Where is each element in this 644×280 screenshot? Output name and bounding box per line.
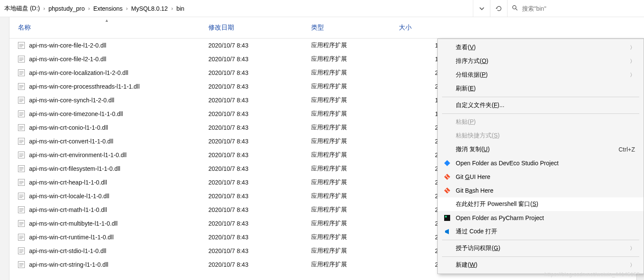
- chevron-right-icon: 〉: [630, 245, 635, 252]
- file-date: 2020/10/7 8:43: [200, 97, 303, 104]
- chevron-right-icon: 〉: [630, 58, 635, 65]
- file-type: 应用程序扩展: [303, 110, 390, 118]
- column-header-date[interactable]: 修改日期: [200, 17, 303, 38]
- file-name: api-ms-win-crt-convert-l1-1-0.dll: [29, 138, 113, 145]
- column-header-size[interactable]: 大小: [390, 17, 454, 38]
- file-type: 应用程序扩展: [303, 55, 390, 63]
- chevron-right-icon: ›: [87, 6, 91, 12]
- dll-file-icon: [18, 138, 25, 145]
- git-icon: [442, 187, 452, 194]
- breadcrumb-item[interactable]: phpstudy_pro: [46, 2, 87, 15]
- menu-item-group[interactable]: 分组依据(P)〉: [438, 68, 644, 82]
- refresh-icon: [496, 5, 502, 12]
- menu-item-git_gui[interactable]: Git GUI Here: [438, 170, 644, 184]
- menu-shortcut: Ctrl+Z: [619, 146, 635, 153]
- menu-item-paste_short: 粘贴快捷方式(S): [438, 129, 644, 143]
- file-date: 2020/10/7 8:43: [200, 261, 303, 268]
- file-type: 应用程序扩展: [303, 96, 390, 104]
- menu-item-view[interactable]: 查看(V)〉: [438, 41, 644, 54]
- breadcrumb-item[interactable]: Extensions: [91, 2, 125, 15]
- menu-item-undo[interactable]: 撤消 复制(U)Ctrl+Z: [438, 143, 644, 156]
- nav-pane-edge[interactable]: [0, 17, 9, 280]
- menu-separator: [442, 113, 639, 114]
- menu-label: 粘贴快捷方式(S): [456, 132, 635, 140]
- svg-rect-9: [445, 216, 447, 217]
- menu-label: Git GUI Here: [456, 173, 635, 180]
- file-date: 2020/10/7 8:43: [200, 206, 303, 213]
- file-date: 2020/10/7 8:43: [200, 124, 303, 131]
- chevron-right-icon: ›: [170, 6, 174, 12]
- file-name: api-ms-win-crt-multibyte-l1-1-0.dll: [29, 220, 118, 227]
- file-type: 应用程序扩展: [303, 165, 390, 173]
- column-header-name-label: 名称: [18, 24, 31, 32]
- file-type: 应用程序扩展: [303, 220, 390, 227]
- menu-label: 撤消 复制(U): [456, 146, 619, 153]
- file-date: 2020/10/7 8:43: [200, 42, 303, 49]
- dll-file-icon: [18, 261, 25, 268]
- breadcrumb-item[interactable]: MySQL8.0.12: [129, 2, 171, 15]
- file-type: 应用程序扩展: [303, 42, 390, 49]
- file-name: api-ms-win-crt-filesystem-l1-1-0.dll: [29, 165, 120, 172]
- file-date: 2020/10/7 8:43: [200, 247, 303, 254]
- breadcrumb[interactable]: 本地磁盘 (D:)›phpstudy_pro›Extensions›MySQL8…: [0, 1, 473, 16]
- dll-file-icon: [18, 220, 25, 227]
- menu-item-new[interactable]: 新建(W)〉: [438, 258, 644, 272]
- file-name: api-ms-win-crt-math-l1-1-0.dll: [29, 206, 107, 213]
- file-date: 2020/10/7 8:43: [200, 83, 303, 90]
- dll-file-icon: [18, 165, 25, 172]
- dll-file-icon: [18, 247, 25, 254]
- file-name: api-ms-win-crt-runtime-l1-1-0.dll: [29, 234, 114, 241]
- menu-label: 自定义文件夹(F)...: [456, 101, 635, 109]
- chevron-right-icon: ›: [42, 6, 46, 12]
- file-date: 2020/10/7 8:43: [200, 152, 303, 158]
- menu-item-powershell[interactable]: 在此处打开 Powershell 窗口(S): [438, 197, 644, 211]
- column-header-name[interactable]: 名称 ▲: [9, 17, 200, 38]
- menu-item-refresh[interactable]: 刷新(E): [438, 82, 644, 95]
- pycharm-icon: [442, 214, 452, 221]
- file-type: 应用程序扩展: [303, 261, 390, 268]
- breadcrumb-item[interactable]: 本地磁盘 (D:): [2, 1, 42, 16]
- file-name: api-ms-win-crt-locale-l1-1-0.dll: [29, 193, 109, 200]
- menu-label: Open Folder as DevEco Studio Project: [456, 160, 635, 167]
- file-name: api-ms-win-crt-environment-l1-1-0.dll: [29, 152, 127, 158]
- menu-item-sort[interactable]: 排序方式(O)〉: [438, 54, 644, 68]
- file-type: 应用程序扩展: [303, 192, 390, 200]
- address-bar: 本地磁盘 (D:)›phpstudy_pro›Extensions›MySQL8…: [0, 0, 644, 17]
- menu-item-customize[interactable]: 自定义文件夹(F)...: [438, 98, 644, 112]
- svg-point-0: [513, 6, 516, 9]
- search-input[interactable]: [522, 5, 640, 12]
- breadcrumb-item[interactable]: bin: [174, 2, 187, 15]
- file-name: api-ms-win-core-file-l2-1-0.dll: [29, 56, 106, 63]
- menu-item-pycharm[interactable]: Open Folder as PyCharm Project: [438, 211, 644, 225]
- file-name: api-ms-win-core-file-l1-2-0.dll: [29, 42, 106, 49]
- menu-label: 授予访问权限(G): [456, 244, 630, 252]
- menu-item-access[interactable]: 授予访问权限(G)〉: [438, 241, 644, 255]
- file-date: 2020/10/7 8:43: [200, 193, 303, 200]
- menu-label: 排序方式(O): [456, 57, 630, 65]
- chevron-right-icon: ›: [125, 6, 129, 12]
- svg-line-1: [516, 9, 517, 10]
- menu-item-git_bash[interactable]: Git Bash Here: [438, 184, 644, 197]
- dll-file-icon: [18, 97, 25, 104]
- menu-item-paste: 粘贴(P): [438, 115, 644, 129]
- column-header-type[interactable]: 类型: [303, 17, 390, 38]
- menu-separator: [442, 97, 639, 97]
- menu-item-deveco[interactable]: Open Folder as DevEco Studio Project: [438, 156, 644, 170]
- breadcrumb-dropdown-button[interactable]: [473, 0, 490, 17]
- chevron-right-icon: 〉: [630, 262, 635, 269]
- menu-label: 查看(V): [456, 44, 630, 51]
- sort-asc-icon: ▲: [105, 18, 109, 23]
- dll-file-icon: [18, 152, 25, 158]
- file-name: api-ms-win-core-synch-l1-2-0.dll: [29, 97, 114, 104]
- search-box[interactable]: [507, 0, 644, 17]
- menu-item-code[interactable]: 通过 Code 打开: [438, 225, 644, 238]
- file-name: api-ms-win-crt-string-l1-1-0.dll: [29, 261, 108, 268]
- file-type: 应用程序扩展: [303, 247, 390, 255]
- menu-separator: [442, 256, 639, 257]
- file-date: 2020/10/7 8:43: [200, 110, 303, 117]
- file-type: 应用程序扩展: [303, 233, 390, 241]
- refresh-button[interactable]: [490, 0, 507, 17]
- menu-label: 通过 Code 打开: [456, 228, 635, 235]
- file-date: 2020/10/7 8:43: [200, 220, 303, 227]
- menu-separator: [442, 240, 639, 240]
